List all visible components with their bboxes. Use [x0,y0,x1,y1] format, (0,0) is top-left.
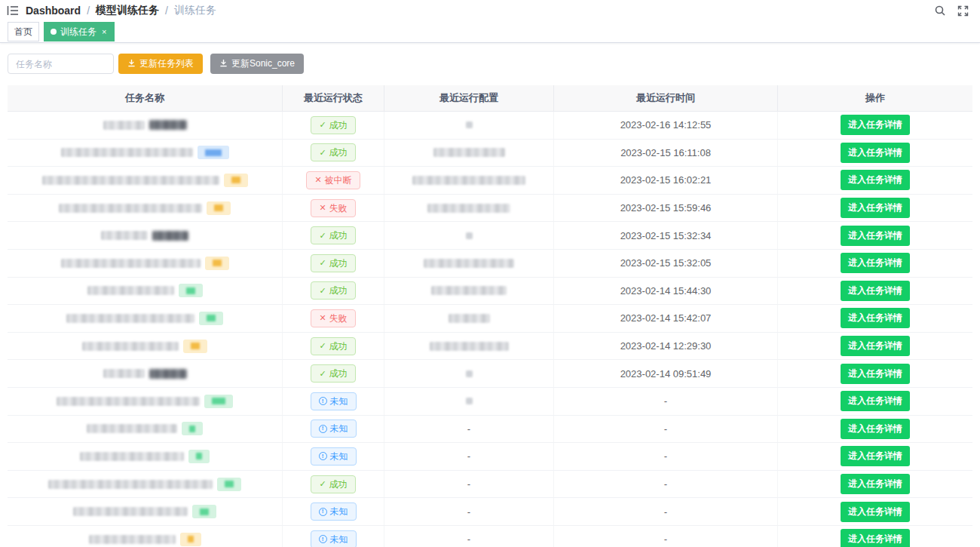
run-time-cell: - [554,526,778,547]
table-row: !未知--进入任务详情 [8,443,972,471]
update-sonic-core-label: 更新Sonic_core [231,57,295,70]
task-tag-green [188,450,210,463]
run-status-cell: ✓成功 [283,222,384,249]
actions-cell: 进入任务详情 [778,498,972,525]
navbar-actions [933,4,980,17]
task-name-search-input[interactable] [8,54,114,74]
tab-training-tasks[interactable]: 训练任务 × [44,22,115,41]
status-badge: ✓成功 [311,337,355,355]
redacted-task-name [101,231,148,240]
enter-task-details-button[interactable]: 进入任务详情 [841,198,910,218]
enter-task-details-button[interactable]: 进入任务详情 [841,143,910,163]
enter-task-details-button[interactable]: 进入任务详情 [841,253,910,273]
table-row: !未知--进入任务详情 [8,526,972,547]
redacted-task-name [103,369,145,378]
run-status-cell: ✓成功 [283,471,384,498]
enter-task-details-button[interactable]: 进入任务详情 [841,226,910,246]
redacted-tag-text [189,426,195,432]
search-icon[interactable] [933,4,947,17]
task-tag-yellow [180,533,201,546]
status-badge: ✓成功 [311,475,355,493]
toolbar: 更新任务列表 更新Sonic_core [8,54,304,74]
enter-task-details-button[interactable]: 进入任务详情 [841,170,910,190]
check-icon: ✓ [319,480,326,488]
redacted-task-name [87,286,174,295]
run-config-cell [384,222,554,249]
status-label: 被中断 [325,176,352,185]
breadcrumb-item-dashboard[interactable]: Dashboard [26,5,81,17]
collapse-menu-icon[interactable] [0,0,26,21]
breadcrumb: Dashboard / 模型训练任务 / 训练任务 [26,4,216,17]
task-name-cell [8,278,283,305]
run-status-cell: !未知 [283,416,384,443]
status-label: 成功 [329,369,348,378]
run-status-cell: ✓成功 [283,140,384,167]
run-status-cell: ✓成功 [283,278,384,305]
redacted-config [466,398,473,404]
run-time-cell: 2023-02-15 15:59:46 [554,195,778,222]
status-badge: ✕被中断 [306,171,360,189]
redacted-task-name [87,424,177,433]
status-badge: !未知 [311,392,357,410]
task-tag-green [182,422,203,435]
table-row: ✓成功2023-02-14 12:29:30进入任务详情 [8,333,972,361]
run-config-cell [384,305,554,332]
run-status-cell: ✓成功 [283,112,384,139]
enter-task-details-button[interactable]: 进入任务详情 [841,308,910,328]
redacted-task-name [66,314,194,323]
table-row: ✕失败2023-02-14 15:42:07进入任务详情 [8,305,972,333]
run-status-cell: !未知 [283,443,384,470]
status-label: 失败 [329,204,348,213]
actions-cell: 进入任务详情 [778,112,972,139]
redacted-tag-text [213,260,222,266]
enter-task-details-button[interactable]: 进入任务详情 [841,336,910,356]
run-config-cell [384,333,554,360]
actions-cell: 进入任务详情 [778,167,972,194]
redacted-config [424,259,514,268]
close-tab-icon[interactable]: × [100,27,108,37]
redacted-task-name [59,204,202,213]
update-sonic-core-button[interactable]: 更新Sonic_core [210,54,304,74]
table-row: ✓成功2023-02-15 15:32:05进入任务详情 [8,250,972,278]
redacted-tag-text [200,509,209,515]
fullscreen-icon[interactable] [956,4,969,17]
run-status-cell: ✓成功 [283,250,384,277]
actions-cell: 进入任务详情 [778,140,972,167]
actions-cell: 进入任务详情 [778,278,972,305]
enter-task-details-button[interactable]: 进入任务详情 [841,115,910,135]
redacted-config [466,370,473,377]
check-icon: ✓ [319,149,326,157]
status-label: 未知 [330,424,348,433]
run-status-cell: ✕失败 [283,195,384,222]
enter-task-details-button[interactable]: 进入任务详情 [841,502,910,522]
table-row: !未知--进入任务详情 [8,498,972,526]
run-status-cell: ✕被中断 [283,167,384,194]
task-tag-yellow [183,340,207,353]
redacted-task-name [61,148,193,157]
tab-home[interactable]: 首页 [8,22,39,41]
table-row: ✓成功2023-02-14 09:51:49进入任务详情 [8,360,972,388]
table-header-row: 任务名称 最近运行状态 最近运行配置 最近运行时间 操作 [8,85,972,112]
table-row: ✕失败2023-02-15 15:59:46进入任务详情 [8,195,972,223]
active-tab-dot-icon [51,29,57,35]
enter-task-details-button[interactable]: 进入任务详情 [841,529,910,547]
breadcrumb-separator: / [165,5,168,17]
breadcrumb-item-model-training[interactable]: 模型训练任务 [96,4,159,17]
run-time-cell: 2023-02-16 14:12:55 [554,112,778,139]
enter-task-details-button[interactable]: 进入任务详情 [841,474,910,494]
enter-task-details-button[interactable]: 进入任务详情 [841,364,910,384]
run-config-cell: - [384,498,554,525]
check-icon: ✓ [319,121,326,129]
task-name-cell [8,416,283,443]
actions-cell: 进入任务详情 [778,526,972,547]
enter-task-details-button[interactable]: 进入任务详情 [841,446,910,466]
run-status-cell: !未知 [283,388,384,415]
update-task-list-button[interactable]: 更新任务列表 [118,54,203,74]
x-icon: ✕ [319,314,326,322]
enter-task-details-button[interactable]: 进入任务详情 [841,281,910,301]
run-config-cell [384,167,554,194]
info-circle-icon: ! [319,452,327,460]
enter-task-details-button[interactable]: 进入任务详情 [841,391,910,411]
enter-task-details-button[interactable]: 进入任务详情 [841,419,910,439]
info-circle-icon: ! [319,535,327,543]
